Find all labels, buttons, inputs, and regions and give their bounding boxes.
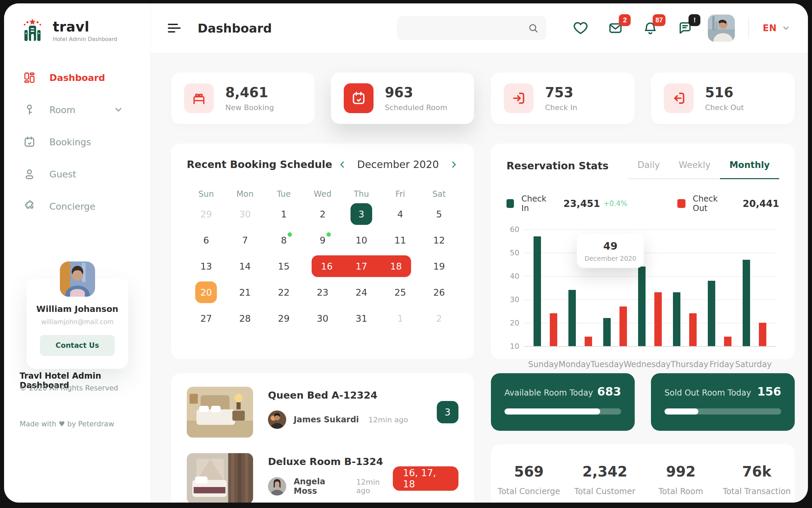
user-icon: [23, 168, 36, 181]
x-axis-label: Monday: [559, 360, 591, 369]
checkin-bar: [638, 267, 646, 346]
mail-button[interactable]: 2: [608, 20, 623, 36]
calendar-day-14[interactable]: 14: [226, 255, 265, 277]
total-label: Total Room: [643, 487, 719, 496]
sidebar-item-label: Guest: [49, 169, 76, 179]
selected-day-box: 3: [351, 203, 372, 225]
calendar-day-2[interactable]: 2: [303, 203, 342, 225]
room-list-item[interactable]: Deluxe Room B-1324Angela Moss12min ago16…: [187, 453, 458, 503]
x-axis-label: Saturday: [735, 360, 772, 369]
calendar-day-1[interactable]: 1: [381, 308, 420, 329]
calendar-day-name: Tue: [264, 189, 303, 199]
calendar-day-27[interactable]: 27: [187, 308, 226, 329]
calendar-day-6[interactable]: 6: [187, 229, 226, 251]
calendar-day-11[interactable]: 11: [381, 229, 420, 251]
calendar-day-19[interactable]: 19: [420, 255, 458, 277]
calendar-day-15[interactable]: 15: [264, 255, 303, 277]
sidebar-item-room[interactable]: Room: [4, 103, 151, 116]
stat-card-scheduled-room[interactable]: 963Scheduled Room: [331, 72, 474, 124]
calendar-day-4[interactable]: 4: [381, 203, 420, 225]
user-avatar[interactable]: [708, 15, 735, 42]
chevron-left-icon[interactable]: [338, 160, 347, 169]
calendar-day-number: 5: [436, 209, 442, 219]
tab-weekly[interactable]: Weekly: [669, 157, 720, 179]
calendar-day-number: 31: [356, 313, 367, 324]
stat-cards-left: 8,461New Booking963Scheduled Room: [171, 72, 474, 124]
calendar-day-name: Mon: [226, 189, 265, 199]
main-area: Dashboard 287! EN 8,461New B: [151, 3, 808, 503]
total-value: 569: [491, 463, 567, 480]
stat-card-label: Check Out: [705, 103, 744, 112]
stat-card-new-booking[interactable]: 8,461New Booking: [171, 72, 315, 124]
total-total-customer: 2,342Total Customer: [567, 463, 643, 503]
calendar-day-5[interactable]: 5: [420, 203, 458, 225]
calendar-day-3[interactable]: 3: [342, 203, 381, 225]
calendar-day-18[interactable]: 18: [381, 255, 411, 277]
legend-check-in: Check In23,451+0.4%: [506, 194, 627, 213]
contact-us-button[interactable]: Contact Us: [40, 335, 114, 356]
sidebar-item-concierge[interactable]: Concierge: [4, 200, 151, 213]
calendar-day-12[interactable]: 12: [420, 229, 458, 251]
calendar-day-13[interactable]: 13: [187, 255, 226, 277]
calendar-day-21[interactable]: 21: [226, 281, 265, 303]
calendar-day-1[interactable]: 1: [264, 203, 303, 225]
sidebar-item-dashboard[interactable]: Dashboard: [4, 71, 151, 84]
calendar-day-number: 29: [200, 209, 212, 219]
room-date-badge[interactable]: 3: [437, 401, 458, 423]
calendar-day-23[interactable]: 23: [303, 281, 342, 303]
calendar-day-number: 13: [200, 261, 212, 272]
calendar-day-8[interactable]: 8: [264, 229, 303, 251]
heart-button[interactable]: [573, 20, 588, 36]
stat-card-check-out[interactable]: 516Check Out: [651, 72, 795, 124]
sidebar-item-bookings[interactable]: Bookings: [4, 135, 151, 148]
calendar-day-number: 29: [278, 313, 290, 324]
calendar-day-24[interactable]: 24: [342, 281, 381, 303]
calendar-day-29[interactable]: 29: [264, 308, 303, 329]
calendar-day-17[interactable]: 17: [342, 255, 381, 277]
room-info: Deluxe Room B-1324Angela Moss12min ago: [268, 453, 393, 496]
sidebar-item-guest[interactable]: Guest: [4, 168, 151, 181]
search-icon[interactable]: [527, 22, 539, 34]
bell-button[interactable]: 87: [642, 20, 658, 36]
calendar-day-9[interactable]: 9: [303, 229, 342, 251]
calendar-week-row: 6789101112: [187, 229, 458, 251]
search-input[interactable]: [406, 24, 527, 33]
guest-name: James Sukardi: [294, 415, 359, 424]
calendar-day-30[interactable]: 30: [226, 203, 265, 225]
calendar-day-2[interactable]: 2: [420, 308, 458, 329]
calendar-day-7[interactable]: 7: [226, 229, 265, 251]
chat-button[interactable]: !: [677, 20, 693, 36]
brand-name: travl: [53, 19, 117, 35]
sidebar-item-label: Dashboard: [49, 72, 105, 83]
chevron-right-icon[interactable]: [449, 160, 458, 169]
stat-card-check-in[interactable]: 753Check In: [491, 72, 635, 124]
calendar-day-10[interactable]: 10: [342, 229, 381, 251]
search-box[interactable]: [397, 16, 546, 40]
calendar-day-number: 30: [239, 209, 251, 219]
calendar-day-22[interactable]: 22: [264, 281, 303, 303]
menu-icon[interactable]: [168, 23, 181, 33]
room-list-item[interactable]: Queen Bed A-12324James Sukardi12min ago3: [187, 387, 458, 438]
calendar-day-25[interactable]: 25: [381, 281, 420, 303]
total-label: Total Concierge: [491, 487, 567, 496]
checkout-bar: [654, 292, 662, 346]
language-selector[interactable]: EN: [763, 23, 790, 33]
calendar-day-29[interactable]: 29: [187, 203, 226, 225]
calendar-day-20[interactable]: 20: [187, 281, 226, 303]
calendar-day-30[interactable]: 30: [303, 308, 342, 329]
calendar-day-26[interactable]: 26: [420, 281, 458, 303]
calendar-week-row: 293012345: [187, 203, 458, 225]
sidebar-item-label: Concierge: [49, 201, 95, 212]
tab-monthly[interactable]: Monthly: [720, 157, 779, 179]
checkout-bar: [689, 313, 697, 346]
calendar-day-number: 18: [390, 261, 402, 272]
guest-avatar: [268, 477, 286, 495]
calendar-day-31[interactable]: 31: [342, 308, 381, 329]
calendar-check-icon: [344, 83, 374, 113]
tab-daily[interactable]: Daily: [628, 157, 669, 179]
checkout-bar: [619, 306, 627, 346]
calendar-day-16[interactable]: 16: [312, 255, 342, 277]
summary-card-available-room-today: Available Room Today683: [491, 373, 635, 431]
calendar-day-28[interactable]: 28: [226, 308, 265, 329]
room-date-badge[interactable]: 16, 17, 18: [393, 466, 458, 491]
